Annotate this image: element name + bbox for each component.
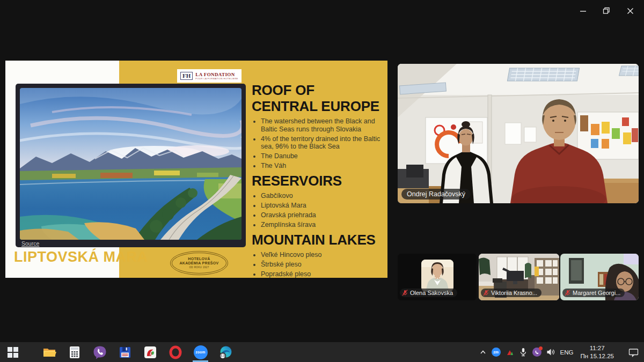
heading-mountain-lakes: MOUNTAIN LAKES	[252, 232, 387, 248]
lake-photo	[20, 88, 241, 240]
taskbar: zoom	[0, 342, 644, 362]
participant-name-label: Margaret Georgi...	[562, 289, 625, 297]
zoom-app-button[interactable]: zoom	[188, 342, 213, 362]
thumbnail-tile-margaret[interactable]: Margaret Georgi...	[560, 254, 639, 300]
clock[interactable]: 11:27 Пн 15.12.25	[580, 344, 614, 360]
mic-muted-icon	[483, 290, 489, 296]
seal-line2: AKADÉMIA PREŠOV	[179, 261, 218, 265]
academy-seal: HOTELOVÁ AKADÉMIA PREŠOV OD ROKU 1927	[170, 251, 228, 275]
clock-date: Пн 15.12.25	[580, 352, 614, 360]
bullet-item: The watershed between the Black and Balt…	[261, 117, 387, 133]
seal-line3: OD ROKU 1927	[189, 266, 209, 269]
restore-button[interactable]	[595, 2, 618, 19]
participant-name: Olena Sakovska	[410, 290, 453, 296]
lake-photo-frame: Source	[16, 84, 246, 247]
photo-source-link: Source	[21, 240, 39, 247]
participant-name: Margaret Georgi...	[573, 290, 620, 296]
thumbnail-tile-viktoriia[interactable]: Viktoriia Krasno...	[479, 254, 559, 300]
mic-muted-icon	[565, 290, 570, 296]
zoom-tray-icon: zm	[492, 348, 501, 357]
windows-start-icon	[8, 347, 18, 358]
fondation-tagline: POUR LA FORMATION HOTELIERE	[195, 78, 238, 80]
edge-icon	[219, 345, 233, 359]
opera-button[interactable]	[163, 342, 188, 362]
action-center-button[interactable]	[628, 342, 639, 362]
mic-muted-icon	[402, 290, 408, 296]
bullet-item: Zemplínska šírava	[261, 221, 387, 228]
tray-expand-button[interactable]	[479, 342, 487, 362]
viber-icon	[93, 345, 107, 359]
seal-line1: HOTELOVÁ	[188, 257, 210, 261]
viber-notification-badge	[539, 346, 543, 350]
minimize-button[interactable]	[571, 2, 595, 19]
classroom-video-feed	[398, 64, 639, 203]
medoc-icon	[143, 345, 157, 359]
restore-icon	[603, 7, 610, 14]
bullet-item: Popradské pleso	[261, 270, 387, 278]
zoom-icon-label: zoom	[196, 350, 206, 354]
viber-tray-button[interactable]	[532, 342, 541, 362]
fondation-logo: FH LA FONDATION POUR LA FORMATION HOTELI…	[177, 69, 241, 83]
microphone-tray-button[interactable]	[519, 342, 528, 362]
mountain-lakes-bullet-list: Veľké Hincovo pleso Štrbské pleso Poprad…	[252, 251, 387, 278]
bullet-item: Štrbské pleso	[261, 261, 387, 268]
speaker-icon	[546, 348, 555, 356]
roof-bullet-list: The watershed between the Black and Balt…	[252, 117, 387, 169]
start-button[interactable]	[1, 342, 25, 362]
floppy-app-button[interactable]	[112, 342, 137, 362]
language-label: ENG	[560, 349, 574, 356]
calculator-icon	[68, 345, 82, 359]
bullet-item: Gabčíkovo	[261, 192, 387, 200]
file-explorer-icon	[42, 345, 56, 359]
edge-button[interactable]	[213, 342, 238, 362]
zoom-tray-label: zm	[493, 350, 499, 354]
bullet-item: Oravská priehrada	[261, 211, 387, 219]
close-icon	[627, 8, 634, 14]
bullet-item: Liptovská Mara	[261, 202, 387, 209]
slide-photo-title: LIPTOVSKÁ MARA	[14, 249, 148, 265]
viber-tray-icon	[532, 348, 541, 357]
fondation-name: LA FONDATION	[195, 72, 238, 77]
fondation-initials: FH	[180, 72, 193, 80]
minimize-icon	[580, 8, 587, 14]
slide-text-column: ROOF OF CENTRAL EUROPE The watershed bet…	[252, 82, 387, 280]
file-explorer-button[interactable]	[36, 342, 62, 362]
medoc-tray-button[interactable]	[506, 342, 514, 362]
participant-name-label: Olena Sakovska	[400, 289, 457, 297]
heading-roof-of-central-europe: ROOF OF CENTRAL EUROPE	[252, 82, 387, 114]
medoc-tray-icon	[506, 348, 514, 357]
action-center-icon	[628, 348, 639, 357]
clock-time: 11:27	[580, 344, 614, 352]
volume-tray-button[interactable]	[546, 342, 555, 362]
viber-button[interactable]	[87, 342, 112, 362]
bullet-item: 4% of the territory drained into the Bal…	[261, 135, 387, 151]
bullet-item: The Váh	[261, 162, 387, 169]
participant-name-label: Ondrej Radačovský	[401, 189, 471, 200]
participant-name: Ondrej Radačovský	[407, 190, 465, 198]
calculator-button[interactable]	[62, 342, 87, 362]
participant-name: Viktoriia Krasno...	[491, 290, 537, 296]
floppy-disk-icon	[118, 345, 132, 359]
participant-name-label: Viktoriia Krasno...	[481, 289, 541, 297]
medoc-button[interactable]	[137, 342, 163, 362]
heading-reservoirs: RESERVOIRS	[252, 173, 387, 189]
chevron-up-icon	[479, 349, 487, 356]
avatar	[421, 260, 453, 292]
thumbnail-tile-olena[interactable]: Olena Sakovska	[398, 254, 477, 300]
system-tray: zm	[479, 342, 644, 362]
desktop-screen: FH LA FONDATION POUR LA FORMATION HOTELI…	[0, 0, 644, 362]
window-controls	[571, 2, 642, 19]
opera-icon	[169, 345, 182, 359]
microphone-icon	[519, 348, 528, 357]
shared-presentation-slide: FH LA FONDATION POUR LA FORMATION HOTELI…	[5, 61, 387, 278]
reservoirs-bullet-list: Gabčíkovo Liptovská Mara Oravská priehra…	[252, 192, 387, 228]
language-indicator[interactable]: ENG	[560, 342, 574, 362]
close-button[interactable]	[618, 2, 642, 19]
bullet-item: The Danube	[261, 152, 387, 160]
bullet-item: Veľké Hincovo pleso	[261, 251, 387, 258]
zoom-app-icon: zoom	[194, 345, 208, 359]
zoom-tray-button[interactable]: zm	[492, 342, 501, 362]
main-video-tile[interactable]: Ondrej Radačovský	[398, 64, 639, 203]
